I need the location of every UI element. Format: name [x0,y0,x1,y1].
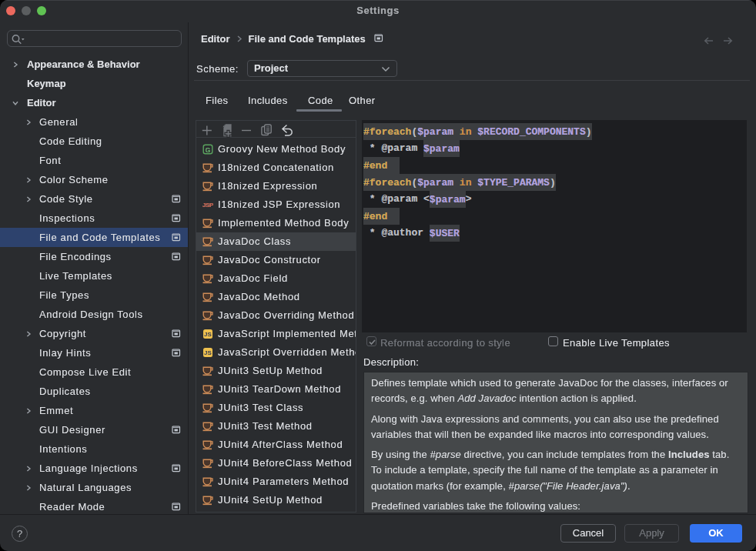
svg-text:JS: JS [204,331,212,338]
svg-text:JSP: JSP [202,202,214,209]
svg-text:JS: JS [204,349,212,356]
svg-text:G: G [205,146,210,154]
